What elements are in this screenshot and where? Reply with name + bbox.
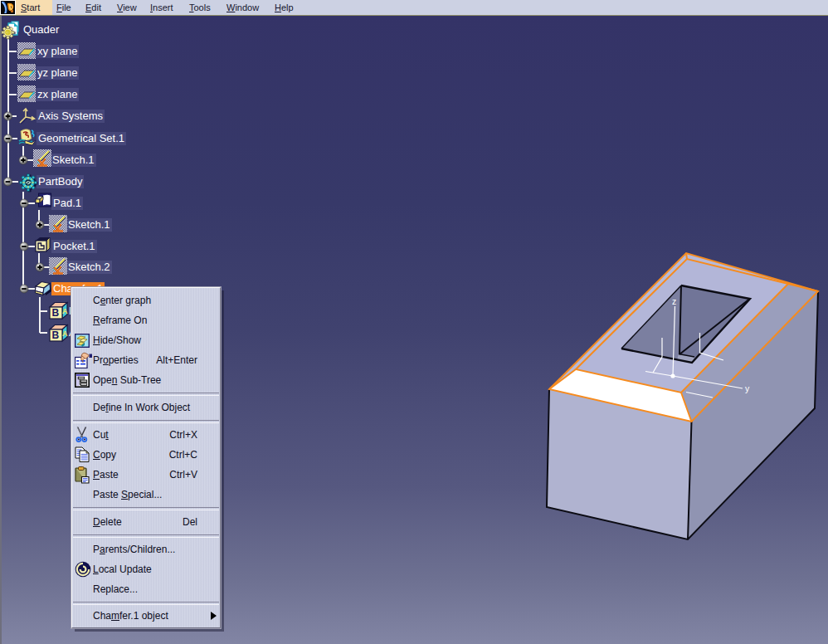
svg-text:z: z bbox=[672, 296, 676, 306]
svg-text:y: y bbox=[745, 383, 750, 393]
